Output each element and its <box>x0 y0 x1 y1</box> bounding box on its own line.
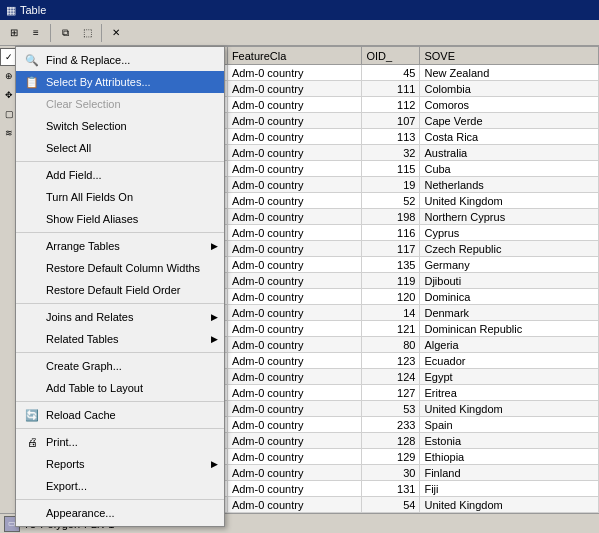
menu-item-add-table-layout[interactable]: Add Table to Layout <box>16 377 224 399</box>
menu-label-arrange-tables: Arrange Tables <box>46 240 120 252</box>
menu-label-select-by-attr: Select By Attributes... <box>46 76 151 88</box>
menu-icon-restore-col-widths <box>24 260 40 276</box>
main-area: ✓ ⊕ ✥ ▢ ≋ ScaleRank LabelRank FeatureCla… <box>0 46 599 533</box>
submenu-arrow-reports: ▶ <box>211 459 218 469</box>
menu-item-select-all[interactable]: Select All <box>16 137 224 159</box>
title-label: Table <box>20 4 46 16</box>
menu-item-create-graph[interactable]: Create Graph... <box>16 355 224 377</box>
menu-icon-switch-selection <box>24 118 40 134</box>
toolbar-sep-2 <box>101 24 102 42</box>
submenu-arrow-arrange-tables: ▶ <box>211 241 218 251</box>
menu-icon-turn-all-fields-on <box>24 189 40 205</box>
toolbar-btn-select[interactable]: ⬚ <box>77 23 97 43</box>
menu-icon-joins-relates <box>24 309 40 325</box>
menu-separator <box>16 303 224 304</box>
menu-label-clear-selection: Clear Selection <box>46 98 121 110</box>
menu-label-add-table-layout: Add Table to Layout <box>46 382 143 394</box>
menu-label-find-replace: Find & Replace... <box>46 54 130 66</box>
title-bar: ▦ Table <box>0 0 599 20</box>
menu-label-export: Export... <box>46 480 87 492</box>
menu-label-print: Print... <box>46 436 78 448</box>
menu-item-clear-selection: Clear Selection <box>16 93 224 115</box>
menu-item-appearance[interactable]: Appearance... <box>16 502 224 524</box>
menu-separator <box>16 428 224 429</box>
menu-label-appearance: Appearance... <box>46 507 115 519</box>
menu-icon-restore-field-order <box>24 282 40 298</box>
menu-separator <box>16 401 224 402</box>
menu-item-turn-all-fields-on[interactable]: Turn All Fields On <box>16 186 224 208</box>
col-header-oid[interactable]: OID_ <box>362 47 420 65</box>
menu-label-joins-relates: Joins and Relates <box>46 311 133 323</box>
menu-item-print[interactable]: 🖨Print... <box>16 431 224 453</box>
menu-icon-related-tables <box>24 331 40 347</box>
context-menu: 🔍Find & Replace...📋Select By Attributes.… <box>15 46 225 527</box>
toolbar: ⊞ ≡ ⧉ ⬚ ✕ <box>0 20 599 46</box>
menu-icon-add-table-layout <box>24 380 40 396</box>
menu-icon-select-all <box>24 140 40 156</box>
toolbar-btn-copy[interactable]: ⧉ <box>55 23 75 43</box>
menu-item-restore-col-widths[interactable]: Restore Default Column Widths <box>16 257 224 279</box>
menu-separator <box>16 232 224 233</box>
menu-item-select-by-attr[interactable]: 📋Select By Attributes... <box>16 71 224 93</box>
col-header-sove[interactable]: SOVE <box>420 47 599 65</box>
menu-icon-appearance <box>24 505 40 521</box>
menu-icon-select-by-attr: 📋 <box>24 74 40 90</box>
menu-icon-find-replace: 🔍 <box>24 52 40 68</box>
menu-icon-reload-cache: 🔄 <box>24 407 40 423</box>
menu-icon-arrange-tables <box>24 238 40 254</box>
table-icon: ▦ <box>6 4 16 17</box>
toolbar-btn-grid[interactable]: ⊞ <box>4 23 24 43</box>
menu-label-reports: Reports <box>46 458 85 470</box>
menu-separator <box>16 499 224 500</box>
menu-icon-show-field-aliases <box>24 211 40 227</box>
menu-icon-add-field <box>24 167 40 183</box>
toolbar-btn-close[interactable]: ✕ <box>106 23 126 43</box>
menu-label-show-field-aliases: Show Field Aliases <box>46 213 138 225</box>
menu-item-switch-selection[interactable]: Switch Selection <box>16 115 224 137</box>
menu-separator <box>16 352 224 353</box>
menu-item-export[interactable]: Export... <box>16 475 224 497</box>
menu-icon-reports <box>24 456 40 472</box>
menu-label-related-tables: Related Tables <box>46 333 119 345</box>
submenu-arrow-joins-relates: ▶ <box>211 312 218 322</box>
menu-label-restore-field-order: Restore Default Field Order <box>46 284 181 296</box>
menu-label-turn-all-fields-on: Turn All Fields On <box>46 191 133 203</box>
toolbar-sep-1 <box>50 24 51 42</box>
menu-icon-create-graph <box>24 358 40 374</box>
menu-icon-export <box>24 478 40 494</box>
toolbar-btn-menu[interactable]: ≡ <box>26 23 46 43</box>
submenu-arrow-related-tables: ▶ <box>211 334 218 344</box>
menu-item-add-field[interactable]: Add Field... <box>16 164 224 186</box>
menu-item-reports[interactable]: Reports▶ <box>16 453 224 475</box>
menu-label-switch-selection: Switch Selection <box>46 120 127 132</box>
menu-item-show-field-aliases[interactable]: Show Field Aliases <box>16 208 224 230</box>
menu-item-restore-field-order[interactable]: Restore Default Field Order <box>16 279 224 301</box>
menu-item-arrange-tables[interactable]: Arrange Tables▶ <box>16 235 224 257</box>
menu-item-reload-cache[interactable]: 🔄Reload Cache <box>16 404 224 426</box>
menu-separator <box>16 161 224 162</box>
menu-item-find-replace[interactable]: 🔍Find & Replace... <box>16 49 224 71</box>
col-header-featurecla[interactable]: FeatureCla <box>227 47 362 65</box>
menu-label-reload-cache: Reload Cache <box>46 409 116 421</box>
menu-icon-print: 🖨 <box>24 434 40 450</box>
menu-label-create-graph: Create Graph... <box>46 360 122 372</box>
menu-label-restore-col-widths: Restore Default Column Widths <box>46 262 200 274</box>
menu-item-related-tables[interactable]: Related Tables▶ <box>16 328 224 350</box>
menu-item-joins-relates[interactable]: Joins and Relates▶ <box>16 306 224 328</box>
menu-label-add-field: Add Field... <box>46 169 102 181</box>
menu-label-select-all: Select All <box>46 142 91 154</box>
menu-icon-clear-selection <box>24 96 40 112</box>
